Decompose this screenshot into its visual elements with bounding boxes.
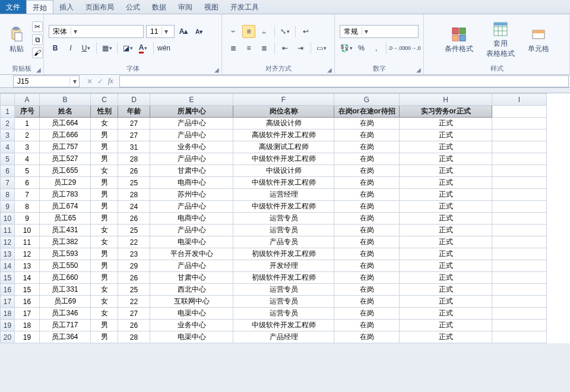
alignment-launcher[interactable]: ◢	[327, 67, 332, 73]
column-header[interactable]: G	[334, 94, 400, 106]
italic-button[interactable]: I	[64, 42, 77, 55]
table-header-cell[interactable]	[492, 106, 547, 118]
cell[interactable]: 电渠中心	[150, 308, 233, 320]
cell[interactable]: 员工666	[40, 129, 91, 141]
cell[interactable]: 11	[15, 236, 40, 248]
cell[interactable]: 26	[118, 165, 150, 177]
cell[interactable]: 12	[15, 248, 40, 260]
cell[interactable]: 14	[15, 272, 40, 284]
accounting-format-button[interactable]: 💱▾	[340, 42, 353, 55]
cell[interactable]: 25	[118, 284, 150, 296]
cell[interactable]: 男	[91, 129, 118, 141]
cell[interactable]	[492, 248, 547, 260]
phonetic-button[interactable]: wén	[157, 42, 170, 55]
cell[interactable]: 初级软件开发工程师	[233, 248, 334, 260]
cell[interactable]: 中级软件开发工程师	[233, 201, 334, 213]
cell[interactable]: 运营专员	[233, 308, 334, 320]
cell[interactable]: 中级软件开发工程师	[233, 320, 334, 331]
cell[interactable]: 正式	[400, 308, 492, 320]
tab-file[interactable]: 文件	[0, 0, 26, 14]
cell[interactable]: 在岗	[334, 165, 400, 177]
cell[interactable]: 在岗	[334, 236, 400, 248]
borders-button[interactable]: ▦▾	[100, 42, 113, 55]
cell[interactable]: 互联网中心	[150, 296, 233, 308]
cell[interactable]: 正式	[400, 177, 492, 189]
cell[interactable]: 女	[91, 284, 118, 296]
cell[interactable]: 员工65	[40, 213, 91, 225]
cell[interactable]: 员工346	[40, 308, 91, 320]
row-header[interactable]: 2	[1, 118, 15, 129]
cell[interactable]: 高级测试工程师	[233, 141, 334, 153]
cell[interactable]: 男	[91, 189, 118, 201]
tab-view[interactable]: 视图	[198, 0, 224, 14]
cell[interactable]: 正式	[400, 236, 492, 248]
tab-developer[interactable]: 开发工具	[224, 0, 265, 14]
cell[interactable]: 开发经理	[233, 260, 334, 272]
tab-home[interactable]: 开始	[26, 0, 53, 14]
cell[interactable]: 男	[91, 153, 118, 165]
cell[interactable]: 26	[118, 213, 150, 225]
confirm-formula-button[interactable]: ✓	[97, 77, 103, 86]
table-header-cell[interactable]: 所属中心	[150, 106, 233, 118]
row-header[interactable]: 15	[1, 272, 15, 284]
cell[interactable]: 员工382	[40, 236, 91, 248]
cell[interactable]: 正式	[400, 118, 492, 129]
percent-button[interactable]: %	[355, 42, 368, 55]
column-header[interactable]: E	[150, 94, 233, 106]
cell[interactable]: 31	[118, 141, 150, 153]
cell[interactable]: 16	[15, 296, 40, 308]
cell-styles-button[interactable]: 单元格	[524, 25, 553, 55]
align-top-button[interactable]: ⫟	[227, 25, 240, 38]
row-header[interactable]: 14	[1, 260, 15, 272]
cell[interactable]: 25	[118, 177, 150, 189]
cell[interactable]: 27	[118, 118, 150, 129]
cell[interactable]: 中级设计师	[233, 165, 334, 177]
tab-formulas[interactable]: 公式	[120, 0, 146, 14]
cell[interactable]: 15	[15, 284, 40, 296]
cell[interactable]: 3	[15, 141, 40, 153]
cell[interactable]: 男	[91, 201, 118, 213]
formula-bar[interactable]	[119, 75, 569, 87]
cell[interactable]: 在岗	[334, 248, 400, 260]
cell[interactable]	[492, 284, 547, 296]
cell[interactable]: 产品中心	[150, 153, 233, 165]
cell[interactable]: 初级软件开发工程师	[233, 272, 334, 284]
cell[interactable]: 22	[118, 296, 150, 308]
cell[interactable]	[492, 129, 547, 141]
cell[interactable]: 2	[15, 129, 40, 141]
cell[interactable]: 运营专员	[233, 225, 334, 236]
cell[interactable]: 在岗	[334, 331, 400, 343]
cell[interactable]: 26	[118, 320, 150, 331]
font-name-combo[interactable]: 宋体 ▾	[49, 25, 144, 38]
comma-style-button[interactable]: ,	[370, 42, 382, 55]
cell[interactable]: 在岗	[334, 296, 400, 308]
row-header[interactable]: 1	[1, 106, 15, 118]
cell[interactable]: 平台开发中心	[150, 248, 233, 260]
cell[interactable]: 24	[118, 201, 150, 213]
cell[interactable]: 西北中心	[150, 284, 233, 296]
cell[interactable]: 在岗	[334, 320, 400, 331]
cell[interactable]: 在岗	[334, 129, 400, 141]
cell[interactable]: 女	[91, 118, 118, 129]
cell[interactable]: 17	[15, 308, 40, 320]
increase-decimal-button[interactable]: .0→.00	[390, 42, 403, 55]
cell[interactable]: 产品中心	[150, 260, 233, 272]
table-header-cell[interactable]: 实习劳务or正式	[400, 106, 492, 118]
cell[interactable]: 在岗	[334, 272, 400, 284]
cell[interactable]: 员工364	[40, 331, 91, 343]
row-header[interactable]: 9	[1, 201, 15, 213]
cell[interactable]: 女	[91, 165, 118, 177]
cell[interactable]: 正式	[400, 320, 492, 331]
row-header[interactable]: 4	[1, 141, 15, 153]
cell[interactable]: 25	[118, 225, 150, 236]
align-bottom-button[interactable]: ⫠	[258, 25, 271, 38]
cell[interactable]: 5	[15, 165, 40, 177]
align-left-button[interactable]: ≣	[227, 42, 240, 55]
cell[interactable]: 28	[118, 331, 150, 343]
cell[interactable]: 在岗	[334, 308, 400, 320]
cell[interactable]: 在岗	[334, 189, 400, 201]
cell[interactable]: 正式	[400, 129, 492, 141]
cell[interactable]: 员工664	[40, 118, 91, 129]
orientation-button[interactable]: ⤡▾	[278, 25, 292, 38]
cell[interactable]: 员工660	[40, 272, 91, 284]
